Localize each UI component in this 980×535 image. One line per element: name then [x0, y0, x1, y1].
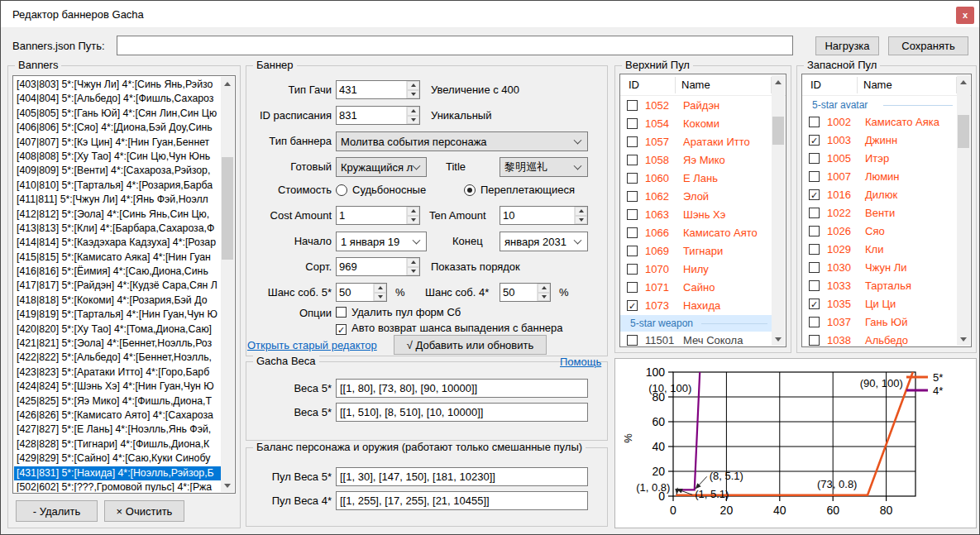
- checkbox-checked-icon[interactable]: ✓: [336, 324, 347, 335]
- pool-row[interactable]: 1038Альбедо: [802, 332, 958, 346]
- scroll-down-icon[interactable]: [957, 332, 970, 346]
- pool-row[interactable]: 1030Чжун Ли: [802, 259, 958, 277]
- spin-down-icon[interactable]: [407, 90, 419, 99]
- pool-row[interactable]: 1022Венти: [802, 204, 958, 222]
- pool-row[interactable]: 1007Люмин: [802, 168, 958, 186]
- pool-row[interactable]: ✓1016Дилюк: [802, 186, 958, 204]
- pool-row[interactable]: 1005Итэр: [802, 150, 958, 168]
- cost-amount-stepper[interactable]: [336, 206, 420, 225]
- banner-list-item[interactable]: [404|804] 5*:[Альбедо] 4*:[Фишль,Сахароз: [14, 92, 221, 106]
- banner-list-item[interactable]: [403|803] 5*:[Чжун Ли] 4*:[Синь Янь,Рэйз…: [14, 78, 221, 92]
- banner-list-item[interactable]: [410|810] 5*:[Тарталья] 4*:[Розария,Барб…: [14, 179, 221, 193]
- banner-list-item[interactable]: [416|816] 5*:[Ёимия] 4*:[Саю,Диона,Синь: [14, 265, 221, 279]
- cost-amount-input[interactable]: [337, 207, 406, 224]
- banner-list-item[interactable]: [409|809] 5*:[Венти] 4*:[Сахароза,Рэйзор…: [14, 164, 221, 178]
- banner-list-item[interactable]: [417|817] 5*:[Райдэн] 4*:[Кудзё Сара,Сян…: [14, 279, 221, 293]
- title-select[interactable]: 黎明巡礼: [500, 157, 588, 177]
- chance5-stepper[interactable]: [336, 283, 387, 302]
- schedule-id-input[interactable]: [337, 107, 406, 124]
- radio-unselected-icon[interactable]: [336, 184, 347, 196]
- banner-list-item[interactable]: [419|819] 5*:[Тарталья] 4*:[Нин Гуан,Чун…: [14, 308, 221, 322]
- checkbox-unchecked-icon[interactable]: [627, 191, 638, 202]
- banner-list-item[interactable]: [421|821] 5*:[Эола] 4*:[Беннет,Ноэлль,Ро…: [14, 337, 221, 351]
- checkbox-unchecked-icon[interactable]: [809, 226, 820, 236]
- banner-list-item[interactable]: [408|808] 5*:[Ху Тао] 4*:[Син Цю,Чун Юнь: [14, 150, 221, 164]
- weights5-input-2[interactable]: [336, 403, 588, 422]
- spin-up-icon[interactable]: [538, 284, 550, 293]
- pool-weights5-input[interactable]: [336, 467, 588, 486]
- pool-row[interactable]: ✓1003Джинн: [802, 131, 958, 150]
- checkbox-unchecked-icon[interactable]: [627, 136, 638, 147]
- end-date-picker[interactable]: января 2031: [500, 232, 588, 251]
- banner-list-item[interactable]: [422|822] 5*:[Альбедо] 4*:[Беннет,Ноэлль…: [14, 351, 221, 365]
- spin-down-icon[interactable]: [407, 267, 419, 276]
- banner-list-item[interactable]: [429|829] 5*:[Сайно] 4*:[Саю,Куки Синобу: [14, 451, 221, 466]
- open-old-editor-link[interactable]: Открыть старый редактор: [247, 339, 377, 351]
- begin-date-picker[interactable]: 1 января 19: [336, 232, 427, 251]
- upper-pool-scrollbar[interactable]: [772, 75, 785, 346]
- banner-list-item[interactable]: [424|824] 5*:[Шэнь Хэ] 4*:[Нин Гуан,Чун …: [14, 380, 221, 394]
- checkbox-unchecked-icon[interactable]: [627, 227, 638, 238]
- spin-down-icon[interactable]: [538, 293, 550, 302]
- banners-scrollbar[interactable]: [221, 77, 234, 492]
- help-link[interactable]: Помощь: [560, 356, 601, 368]
- add-or-update-button[interactable]: √ Добавить или обновить: [394, 335, 547, 355]
- ten-amount-stepper[interactable]: [500, 206, 588, 225]
- pool-row[interactable]: 1054Кокоми: [620, 115, 772, 133]
- reserve-pool-scrollbar[interactable]: [957, 75, 970, 346]
- pool-row[interactable]: 1062Элой: [620, 188, 772, 206]
- checkbox-unchecked-icon[interactable]: [809, 317, 820, 327]
- sort-input[interactable]: [337, 258, 406, 275]
- checkbox-unchecked-icon[interactable]: [809, 208, 820, 218]
- scroll-up-icon[interactable]: [772, 75, 785, 88]
- pool-row[interactable]: 1026Сяо: [802, 222, 958, 241]
- pool-row[interactable]: ✓1035Ци Ци: [802, 295, 958, 313]
- gacha-type-stepper[interactable]: [336, 80, 420, 99]
- spin-up-icon[interactable]: [407, 258, 419, 267]
- spin-up-icon[interactable]: [407, 207, 419, 216]
- scroll-down-icon[interactable]: [772, 332, 785, 346]
- pool-row[interactable]: 1071Сайно: [620, 279, 772, 297]
- banner-list-item[interactable]: [406|806] 5*:[Сяо] 4*:[Диона,Бэй Доу,Син…: [14, 121, 221, 135]
- banner-list-item[interactable]: [502|602] 5*:[???,Громовой пульс] 4*:[Рж…: [14, 480, 221, 492]
- scroll-up-icon[interactable]: [221, 77, 234, 90]
- banner-list-item[interactable]: [418|818] 5*:[Кокоми] 4*:[Розария,Бэй До: [14, 294, 221, 308]
- pool-row[interactable]: 1029Кли: [802, 241, 958, 259]
- checkbox-unchecked-icon[interactable]: [627, 335, 638, 346]
- banner-list-item[interactable]: [428|828] 5*:[Тигнари] 4*:[Фишль,Диона,К: [14, 437, 221, 451]
- chance4-input[interactable]: [500, 284, 537, 301]
- checkbox-unchecked-icon[interactable]: [627, 209, 638, 220]
- banner-list-item[interactable]: [412|812] 5*:[Эола] 4*:[Синь Янь,Син Цю,: [14, 208, 221, 222]
- checkbox-unchecked-icon[interactable]: [627, 246, 638, 256]
- banner-type-select[interactable]: Молитва события персонажа: [336, 131, 588, 151]
- spin-up-icon[interactable]: [407, 107, 419, 116]
- chance5-input[interactable]: [337, 284, 373, 301]
- sort-stepper[interactable]: [336, 257, 420, 276]
- spin-down-icon[interactable]: [407, 216, 419, 225]
- checkbox-unchecked-icon[interactable]: [809, 153, 820, 164]
- scrollbar-thumb[interactable]: [222, 157, 233, 260]
- banner-list-item[interactable]: [413|813] 5*:[Кли] 4*:[Барбара,Сахароза,…: [14, 222, 221, 236]
- banner-list-item[interactable]: [405|805] 5*:[Гань Юй] 4*:[Сян Лин,Син Ц…: [14, 107, 221, 121]
- checkbox-unchecked-icon[interactable]: [627, 173, 638, 184]
- banner-list-item[interactable]: [407|807] 5*:[Кэ Цин] 4*:[Нин Гуан,Бенне…: [14, 136, 221, 150]
- spin-up-icon[interactable]: [407, 81, 419, 90]
- checkbox-unchecked-icon[interactable]: [627, 155, 638, 165]
- pool-row[interactable]: 1058Яэ Мико: [620, 151, 772, 170]
- pool-row[interactable]: 1037Гань Юй: [802, 313, 958, 332]
- delete-banner-button[interactable]: - Удалить: [16, 500, 98, 522]
- weights5-input-1[interactable]: [336, 379, 588, 398]
- banner-list-item[interactable]: [431|831] 5*:[Нахида] 4*:[Ноэлль,Рэйзор,…: [14, 466, 221, 480]
- banner-list-item[interactable]: [426|826] 5*:[Камисато Аято] 4*:[Сахароз…: [14, 408, 221, 423]
- checkbox-unchecked-icon[interactable]: [809, 262, 820, 273]
- checkbox-unchecked-icon[interactable]: [627, 282, 638, 293]
- gacha-type-input[interactable]: [337, 81, 406, 98]
- pool-row[interactable]: 1060Е Лань: [620, 170, 772, 188]
- scrollbar-thumb[interactable]: [958, 115, 969, 148]
- pool-row[interactable]: 1057Аратаки Итто: [620, 133, 772, 151]
- pool-row[interactable]: 1069Тигнари: [620, 242, 772, 260]
- spin-up-icon[interactable]: [575, 207, 587, 216]
- pool-row[interactable]: 1033Тарталья: [802, 277, 958, 295]
- checkbox-unchecked-icon[interactable]: [809, 171, 820, 182]
- spin-up-icon[interactable]: [374, 284, 386, 293]
